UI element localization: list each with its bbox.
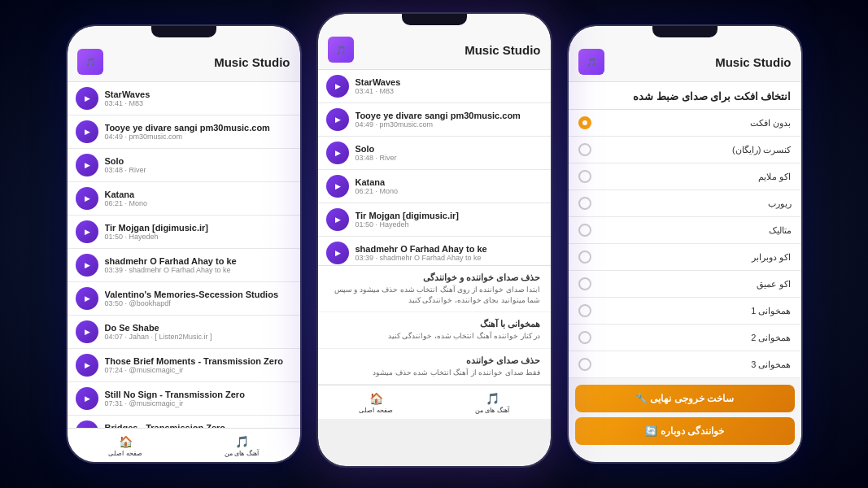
effect-item[interactable]: اکو عمیق: [569, 271, 801, 298]
song-item[interactable]: Do Se Shabe04:07 · Jahan · [ Listen2Musi…: [68, 316, 300, 349]
home-label-mid: صفحه اصلی: [359, 407, 392, 414]
play-button[interactable]: [76, 87, 98, 110]
play-button[interactable]: [76, 354, 98, 377]
song-info: Tooye ye divare sangi pm30music.com04:49…: [355, 111, 543, 129]
play-button[interactable]: [326, 208, 349, 231]
song-title: shadmehr O Farhad Ahay to ke: [355, 244, 543, 254]
song-info: Solo03:48 · River: [355, 144, 543, 162]
radio-button[interactable]: [578, 224, 591, 237]
radio-button[interactable]: [578, 251, 591, 264]
effect-item[interactable]: همخوانی 1: [569, 298, 801, 325]
song-item[interactable]: Tir Mojgan [digimusic.ir]01:50 · Hayedeh: [68, 216, 300, 249]
song-item[interactable]: shadmehr O Farhad Ahay to ke03:39 · shad…: [68, 249, 300, 282]
play-button[interactable]: [326, 242, 349, 264]
song-item[interactable]: Tooye ye divare sangi pm30music.com04:49…: [68, 115, 300, 149]
replay-button[interactable]: خوانندگی دوباره 🔄: [575, 417, 795, 445]
radio-button[interactable]: [578, 116, 591, 129]
song-item[interactable]: Tooye ye divare sangi pm30music.com04:49…: [318, 103, 551, 137]
play-button[interactable]: [76, 287, 98, 310]
action-title: حذف صدای خواننده و خوانندگی: [328, 272, 541, 283]
song-info: Tooye ye divare sangi pm30music.com04:49…: [105, 123, 292, 141]
song-title: Katana: [105, 190, 292, 199]
final-output-button[interactable]: ساخت خروجی نهایی 🔧: [575, 385, 795, 412]
effect-item[interactable]: متالیک: [569, 217, 801, 244]
radio-button[interactable]: [578, 197, 591, 210]
music-label-left: آهنگ های من: [225, 450, 258, 457]
song-list-mid[interactable]: StarWaves03:41 · M83Tooye ye divare sang…: [318, 70, 551, 265]
action-item[interactable]: حذف صدای خوانندهفقط صدای خواننده از آهنگ…: [318, 349, 551, 386]
phone-inner-mid: 🎵 Music Studio StarWaves03:41 · M83Tooye…: [318, 14, 551, 466]
effect-label: همخوانی 2: [751, 333, 791, 343]
song-meta: 03:39 · shadmehr O Farhad Ahay to ke: [355, 254, 543, 262]
song-info: Valentino's Memories-Secession Studios03…: [105, 290, 292, 307]
nav-home-left[interactable]: 🏠 صفحه اصلی: [68, 434, 184, 459]
song-item[interactable]: Valentino's Memories-Secession Studios03…: [68, 282, 300, 316]
song-meta: 04:49 · pm30music.com: [355, 120, 543, 129]
song-item[interactable]: StarWaves03:41 · M83: [68, 82, 300, 115]
song-item[interactable]: Tir Mojgan [digimusic.ir]01:50 · Hayedeh: [318, 203, 551, 237]
song-info: Solo03:48 · River: [105, 156, 292, 174]
middle-phone: 🎵 Music Studio StarWaves03:41 · M83Tooye…: [316, 12, 552, 468]
song-meta: 03:41 · M83: [355, 87, 543, 95]
play-button[interactable]: [326, 175, 349, 198]
action-item[interactable]: همخوانی با آهنگدر کنار خواننده آهنگ انتخ…: [318, 312, 551, 349]
song-item[interactable]: shadmehr O Farhad Ahay to ke03:39 · shad…: [318, 237, 551, 265]
radio-button[interactable]: [578, 170, 591, 183]
effect-item[interactable]: کنسرت (رایگان): [569, 137, 801, 163]
effect-item[interactable]: ریورب: [569, 190, 801, 217]
song-item[interactable]: Still No Sign - Transmission Zero07:31 ·…: [68, 382, 300, 416]
effect-item[interactable]: اکو ملایم: [569, 163, 801, 190]
phone-notch-mid: [402, 14, 467, 25]
play-button[interactable]: [76, 420, 98, 428]
song-meta: 06:21 · Mono: [355, 187, 543, 195]
play-button[interactable]: [76, 120, 98, 143]
radio-button[interactable]: [578, 358, 591, 371]
radio-button[interactable]: [578, 304, 591, 317]
song-title: Valentino's Memories-Secession Studios: [105, 290, 292, 299]
play-button[interactable]: [76, 320, 98, 343]
nav-music-left[interactable]: 🎵 آهنگ های من: [184, 434, 300, 459]
song-title: Solo: [105, 156, 292, 166]
action-item[interactable]: حذف صدای خواننده و خوانندگیابتدا صدای خو…: [318, 266, 551, 312]
effect-label: اکو عمیق: [757, 279, 791, 290]
action-title: حذف صدای خواننده: [328, 355, 541, 366]
radio-button[interactable]: [578, 277, 591, 290]
song-meta: 03:50 · @bookhapdf: [105, 299, 292, 307]
play-button[interactable]: [326, 142, 349, 164]
song-item[interactable]: Solo03:48 · River: [68, 149, 300, 182]
radio-button[interactable]: [578, 331, 591, 344]
song-meta: 07:31 · @musicmagic_ir: [105, 399, 292, 407]
music-label-mid: آهنگ های من: [475, 407, 508, 414]
song-item[interactable]: Solo03:48 · River: [318, 137, 551, 170]
song-item[interactable]: Those Brief Moments - Transmission Zero0…: [68, 349, 300, 382]
effect-item[interactable]: همخوانی 2: [569, 325, 801, 351]
song-item[interactable]: Bridges - Transmission Zero12:05 · @musi…: [68, 416, 300, 428]
play-button[interactable]: [76, 154, 98, 176]
play-button[interactable]: [76, 220, 98, 243]
radio-button[interactable]: [578, 143, 591, 156]
nav-music-mid[interactable]: 🎵 آهنگ های من: [434, 390, 551, 416]
song-list-left[interactable]: StarWaves03:41 · M83Tooye ye divare sang…: [68, 82, 300, 428]
song-title: shadmehr O Farhad Ahay to ke: [105, 256, 292, 266]
play-button[interactable]: [326, 75, 349, 98]
play-button[interactable]: [76, 387, 98, 410]
song-info: shadmehr O Farhad Ahay to ke03:39 · shad…: [355, 244, 543, 262]
play-button[interactable]: [76, 254, 98, 277]
effect-item[interactable]: اکو دوبرابر: [569, 244, 801, 271]
effect-item[interactable]: بدون افکت: [569, 110, 801, 137]
song-title: Tooye ye divare sangi pm30music.com: [105, 123, 292, 133]
play-button[interactable]: [326, 108, 349, 131]
song-info: StarWaves03:41 · M83: [355, 77, 543, 95]
nav-home-mid[interactable]: 🏠 صفحه اصلی: [318, 390, 434, 416]
app-title-mid: Music Studio: [465, 43, 540, 57]
song-item[interactable]: StarWaves03:41 · M83: [318, 70, 551, 103]
home-icon-left: 🏠: [119, 435, 133, 448]
phone-notch-right: [652, 26, 718, 37]
effects-panel[interactable]: انتخاف افکت برای صدای ضبط شده بدون افکتک…: [569, 82, 801, 462]
play-button[interactable]: [76, 187, 98, 210]
music-icon-mid: 🎵: [486, 392, 499, 405]
song-meta: 04:49 · pm30music.com: [105, 133, 292, 141]
song-item[interactable]: Katana06:21 · Mono: [68, 182, 300, 216]
effect-item[interactable]: همخوانی 3: [569, 351, 801, 378]
song-item[interactable]: Katana06:21 · Mono: [318, 170, 551, 203]
